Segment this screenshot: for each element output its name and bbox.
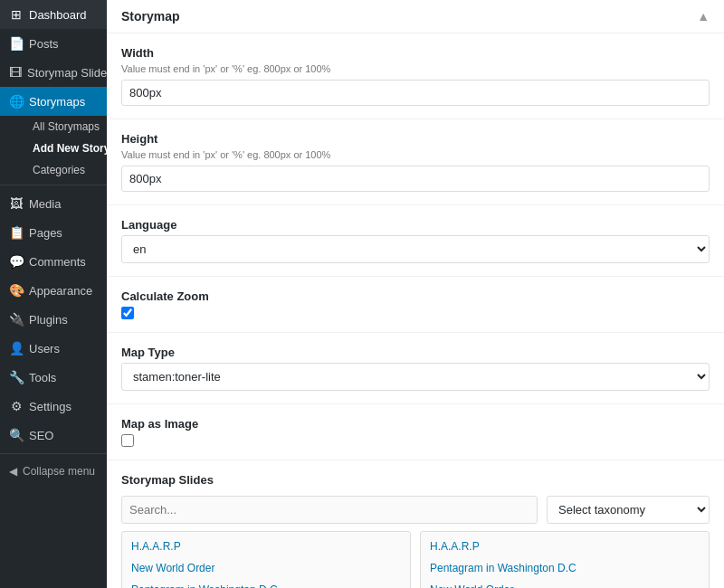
comments-icon: 💬 — [9, 254, 24, 269]
collapse-section-icon[interactable]: ▲ — [697, 9, 710, 24]
map-type-group: Map Type stamen:toner-lite stamen:terrai… — [107, 333, 724, 404]
sidebar-item-label: SEO — [29, 429, 53, 442]
divider — [0, 185, 107, 185]
sidebar-item-label: Comments — [29, 255, 86, 269]
section-header: Storymap ▲ — [107, 0, 724, 33]
sidebar-item-label: Storymap Slides — [27, 66, 107, 80]
sidebar-item-tools[interactable]: 🔧 Tools — [0, 363, 107, 392]
sidebar-item-plugins[interactable]: 🔌 Plugins — [0, 305, 107, 334]
slides-lists: H.A.A.R.P New World Order Pentagram in W… — [121, 531, 710, 588]
seo-icon: 🔍 — [9, 428, 24, 442]
collapse-label: Collapse menu — [23, 465, 95, 478]
users-icon: 👤 — [9, 341, 24, 356]
storymaps-icon: 🌐 — [9, 94, 24, 109]
sidebar-item-label: Appearance — [29, 284, 92, 298]
sidebar-item-label: Plugins — [29, 313, 68, 327]
list-item[interactable]: Pentagram in Washington D.C — [122, 579, 410, 588]
width-input[interactable] — [121, 80, 710, 106]
sidebar-item-media[interactable]: 🖼 Media — [0, 189, 107, 218]
map-as-image-label: Map as Image — [121, 417, 710, 431]
sidebar-item-label: Settings — [29, 400, 71, 413]
sidebar-item-add-new-storymap[interactable]: Add New Storymap — [24, 138, 107, 159]
list-item[interactable]: Pentagram in Washington D.C — [421, 557, 709, 579]
settings-icon: ⚙ — [9, 399, 24, 413]
collapse-menu[interactable]: ◀ Collapse menu — [0, 458, 107, 485]
calculate-zoom-checkbox-row — [121, 307, 710, 319]
sidebar-item-label: Posts — [29, 37, 59, 51]
categories-label: Categories — [33, 164, 85, 176]
sidebar-item-categories[interactable]: Categories — [24, 159, 107, 181]
sidebar-item-label: Dashboard — [29, 8, 87, 22]
sidebar-item-appearance[interactable]: 🎨 Appearance — [0, 276, 107, 305]
sidebar-item-dashboard[interactable]: ⊞ Dashboard — [0, 0, 107, 29]
divider2 — [0, 453, 107, 454]
sidebar-item-label: Users — [29, 342, 60, 356]
sidebar-item-storymap-slides[interactable]: 🎞 Storymap Slides — [0, 58, 107, 87]
calculate-zoom-label: Calculate Zoom — [121, 289, 710, 303]
main-content: Storymap ▲ Width Value must end in 'px' … — [107, 0, 724, 588]
media-icon: 🖼 — [9, 196, 24, 211]
map-as-image-checkbox[interactable] — [121, 434, 134, 447]
language-label: Language — [121, 218, 710, 232]
sidebar-item-label: Storymaps — [29, 95, 85, 109]
list-item[interactable]: H.A.A.R.P — [421, 536, 709, 557]
map-as-image-checkbox-row — [121, 434, 710, 447]
sidebar-item-label: Tools — [29, 371, 56, 384]
sidebar-item-posts[interactable]: 📄 Posts — [0, 29, 107, 58]
slides-selected-list: H.A.A.R.P Pentagram in Washington D.C Ne… — [420, 531, 710, 588]
appearance-icon: 🎨 — [9, 283, 24, 298]
width-hint: Value must end in 'px' or '%' eg. 800px … — [121, 63, 710, 74]
language-select[interactable]: en fr es — [121, 235, 710, 263]
map-type-select[interactable]: stamen:toner-lite stamen:terrain osm — [121, 363, 710, 391]
all-storymaps-label: All Storymaps — [33, 120, 100, 133]
list-item[interactable]: New World Order — [122, 557, 410, 579]
sidebar-item-seo[interactable]: 🔍 SEO — [0, 421, 107, 450]
plugins-icon: 🔌 — [9, 312, 24, 327]
pages-icon: 📋 — [9, 225, 24, 240]
storymap-slides-icon: 🎞 — [9, 65, 22, 80]
slides-search-input[interactable] — [121, 496, 538, 524]
dashboard-icon: ⊞ — [9, 7, 24, 22]
storymap-slides-section: Storymap Slides Select taxonomy H.A.A.R.… — [107, 460, 724, 588]
posts-icon: 📄 — [9, 36, 24, 51]
add-new-storymap-label: Add New Storymap — [33, 142, 107, 155]
sidebar-item-storymaps[interactable]: 🌐 Storymaps — [0, 87, 107, 116]
height-hint: Value must end in 'px' or '%' eg. 800px … — [121, 149, 710, 160]
slides-search-row: Select taxonomy — [121, 496, 710, 524]
language-group: Language en fr es — [107, 205, 724, 277]
height-label: Height — [121, 132, 710, 146]
calculate-zoom-checkbox[interactable] — [121, 307, 134, 319]
tools-icon: 🔧 — [9, 370, 24, 384]
sidebar-item-all-storymaps[interactable]: All Storymaps — [24, 116, 107, 138]
sidebar: ⊞ Dashboard 📄 Posts 🎞 Storymap Slides 🌐 … — [0, 0, 107, 588]
calculate-zoom-group: Calculate Zoom — [107, 277, 724, 333]
slides-available-list: H.A.A.R.P New World Order Pentagram in W… — [121, 531, 411, 588]
sidebar-item-pages[interactable]: 📋 Pages — [0, 218, 107, 247]
height-group: Height Value must end in 'px' or '%' eg.… — [107, 119, 724, 205]
map-type-label: Map Type — [121, 346, 710, 359]
width-group: Width Value must end in 'px' or '%' eg. … — [107, 33, 724, 119]
sidebar-item-users[interactable]: 👤 Users — [0, 334, 107, 363]
section-title: Storymap — [121, 9, 180, 24]
height-input[interactable] — [121, 166, 710, 192]
list-item[interactable]: New World Order — [421, 579, 709, 588]
collapse-icon: ◀ — [9, 465, 17, 478]
sidebar-item-comments[interactable]: 💬 Comments — [0, 247, 107, 276]
storymap-submenu: All Storymaps Add New Storymap Categorie… — [0, 116, 107, 181]
list-item[interactable]: H.A.A.R.P — [122, 536, 410, 557]
taxonomy-select[interactable]: Select taxonomy — [547, 496, 710, 524]
width-label: Width — [121, 46, 710, 60]
storymap-section-card: Storymap ▲ Width Value must end in 'px' … — [107, 0, 724, 588]
map-as-image-group: Map as Image — [107, 404, 724, 460]
sidebar-item-settings[interactable]: ⚙ Settings — [0, 392, 107, 421]
sidebar-item-label: Media — [29, 197, 61, 211]
storymap-slides-label: Storymap Slides — [121, 473, 710, 487]
sidebar-item-label: Pages — [29, 226, 62, 240]
